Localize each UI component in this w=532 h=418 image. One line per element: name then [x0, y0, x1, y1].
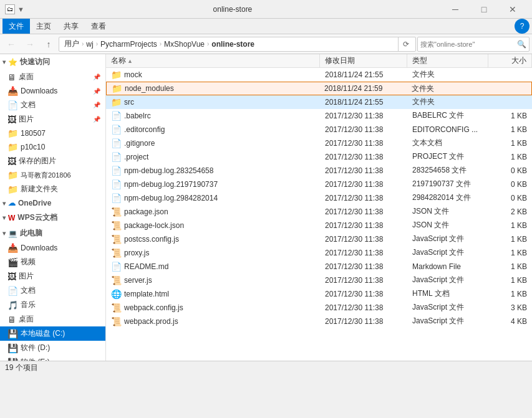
file-name: npm-debug.log.2197190737	[124, 180, 218, 189]
menu-file[interactable]: 文件	[2, 19, 30, 34]
sidebar-item-pictures-pc[interactable]: 🖼 图片	[0, 269, 105, 283]
minimize-button[interactable]: ─	[441, 0, 470, 19]
sidebar-item-software-d[interactable]: 💾 软件 (D:)	[0, 341, 105, 355]
table-row[interactable]: 📜 package-lock.json 2017/12/30 11:38 JSO…	[106, 219, 532, 232]
close-button[interactable]: ✕	[498, 0, 527, 19]
maximize-button[interactable]: □	[470, 0, 498, 19]
search-input[interactable]	[420, 40, 516, 48]
table-row[interactable]: 📄 .editorconfig 2017/12/30 11:38 EDITORC…	[106, 123, 532, 136]
table-row[interactable]: 📄 npm-debug.log.2984282014 2017/12/30 11…	[106, 191, 532, 205]
sidebar-item-music[interactable]: 🎵 音乐	[0, 298, 105, 312]
file-cell-size: 1 KB	[488, 219, 532, 232]
table-row[interactable]: 📄 npm-debug.log.2197190737 2017/12/30 11…	[106, 178, 532, 191]
table-row[interactable]: 📄 README.md 2017/12/30 11:38 Markdown Fi…	[106, 260, 532, 273]
sidebar-item-desktop-pc[interactable]: 🖥 桌面	[0, 312, 105, 326]
sidebar-item-desktop-quick[interactable]: 🖥 桌面 📌	[0, 70, 105, 84]
sidebar-item-180507[interactable]: 📁 180507	[0, 126, 105, 140]
up-button[interactable]: ↑	[40, 36, 57, 53]
table-row[interactable]: 📄 .gitignore 2017/12/30 11:38 文本文档 1 KB	[106, 136, 532, 150]
table-row[interactable]: 📜 webpack.config.js 2017/12/30 11:38 Jav…	[106, 301, 532, 315]
table-row[interactable]: 📁 node_modules 2018/11/24 21:59 文件夹	[106, 82, 532, 95]
file-cell-type: 文件夹	[407, 95, 488, 108]
file-icon: 📄	[111, 193, 122, 203]
wps-icon: W	[8, 214, 15, 222]
addr-part-user[interactable]: 用户	[62, 39, 82, 49]
file-cell-name: 📄 .project	[106, 150, 320, 163]
sidebar-item-local-c[interactable]: 💾 本地磁盘 (C:)	[0, 326, 105, 341]
table-row[interactable]: 📄 .project 2017/12/30 11:38 PROJECT 文件 1…	[106, 150, 532, 164]
sidebar-item-new-folder[interactable]: 📁 新建文件夹	[0, 182, 105, 196]
col-name-label: 名称	[111, 55, 126, 66]
table-row[interactable]: 📁 src 2018/11/24 21:55 文件夹	[106, 95, 532, 109]
file-name: node_modules	[125, 84, 174, 93]
desktop-icon: 🖥	[7, 72, 16, 82]
sidebar-item-video[interactable]: 🎬 视频	[0, 255, 105, 269]
sidebar-item-label: 本地磁盘 (C:)	[21, 328, 100, 339]
sidebar-item-label: 保存的图片	[19, 156, 100, 166]
refresh-button[interactable]: ⟳	[398, 37, 413, 52]
sidebar-section-wps[interactable]: ▾ W WPS云文档	[0, 210, 105, 226]
addr-part-mxshop[interactable]: MxShopVue	[162, 40, 207, 49]
file-cell-type: 283254658 文件	[407, 164, 488, 177]
search-icon[interactable]: 🔍	[517, 40, 526, 49]
help-button[interactable]: ?	[515, 19, 530, 34]
sidebar-item-documents-quick[interactable]: 📄 文档 📌	[0, 98, 105, 112]
col-header-size[interactable]: 大小	[488, 54, 532, 67]
file-name: webpack.config.js	[124, 303, 183, 312]
file-cell-name: 📄 npm-debug.log.283254658	[106, 164, 320, 177]
col-header-name[interactable]: 名称 ▲	[106, 54, 320, 67]
file-cell-name: 📜 postcss.config.js	[106, 232, 320, 245]
search-bar[interactable]: 🔍	[417, 37, 530, 52]
sidebar-item-downloads-quick[interactable]: 📥 Downloads 📌	[0, 84, 105, 98]
col-header-date[interactable]: 修改日期	[320, 54, 407, 67]
table-row[interactable]: 📁 mock 2018/11/24 21:55 文件夹	[106, 68, 532, 82]
sidebar-item-pictures-quick[interactable]: 🖼 图片 📌	[0, 112, 105, 126]
file-name: .babelrc	[124, 112, 151, 120]
file-name: npm-debug.log.283254658	[124, 166, 213, 175]
table-row[interactable]: 🌐 template.html 2017/12/30 11:38 HTML 文档…	[106, 287, 532, 301]
sidebar-item-label: p10c10	[21, 143, 100, 151]
sidebar: ▾ ⭐ 快速访问 🖥 桌面 📌 📥 Downloads 📌 📄 文档 📌 🖼 图…	[0, 54, 106, 361]
sidebar-item-disk-e[interactable]: 💾 软件 (E:)	[0, 355, 105, 361]
file-cell-date: 2017/12/30 11:38	[320, 219, 407, 232]
menu-home[interactable]: 主页	[30, 19, 57, 34]
addr-part-pycharm[interactable]: PycharmProjects	[98, 40, 160, 49]
table-row[interactable]: 📄 npm-debug.log.283254658 2017/12/30 11:…	[106, 164, 532, 178]
forward-button[interactable]: →	[21, 36, 39, 53]
sidebar-item-documents-pc[interactable]: 📄 文档	[0, 283, 105, 298]
file-cell-date: 2018/11/24 21:55	[320, 68, 407, 81]
sidebar-item-label: 音乐	[21, 300, 100, 310]
file-name: template.html	[124, 290, 169, 298]
menu-share[interactable]: 共享	[57, 19, 85, 34]
sidebar-item-magege[interactable]: 📁 马哥教育201806	[0, 168, 105, 182]
table-row[interactable]: 📜 proxy.js 2017/12/30 11:38 JavaScript 文…	[106, 246, 532, 260]
sidebar-item-p10c10[interactable]: 📁 p10c10	[0, 140, 105, 154]
file-cell-type: JavaScript 文件	[407, 232, 488, 245]
file-cell-name: 📄 README.md	[106, 260, 320, 273]
file-icon: 📁	[111, 70, 122, 80]
table-row[interactable]: 📜 server.js 2017/12/30 11:38 JavaScript …	[106, 273, 532, 287]
file-cell-date: 2017/12/30 11:38	[320, 260, 407, 273]
sidebar-section-quick-access[interactable]: ▾ ⭐ 快速访问	[0, 54, 105, 70]
sidebar-section-onedrive[interactable]: ▾ ☁ OneDrive	[0, 196, 105, 210]
sidebar-section-this-pc[interactable]: ▾ 💻 此电脑	[0, 226, 105, 241]
table-row[interactable]: 📜 webpack.prod.js 2017/12/30 11:38 JavaS…	[106, 315, 532, 328]
address-bar[interactable]: 用户 › wj › PycharmProjects › MxShopVue › …	[59, 37, 416, 52]
onedrive-icon: ☁	[8, 199, 16, 207]
col-size-label: 大小	[511, 55, 526, 66]
table-row[interactable]: 📄 .babelrc 2017/12/30 11:38 BABELRC 文件 1…	[106, 109, 532, 123]
folder-icon: 📁	[7, 170, 18, 180]
addr-part-wj[interactable]: wj	[84, 40, 95, 49]
addr-part-current[interactable]: online-store	[209, 40, 257, 49]
table-row[interactable]: 📜 package.json 2017/12/30 11:38 JSON 文件 …	[106, 205, 532, 219]
col-header-type[interactable]: 类型	[407, 54, 488, 67]
sidebar-item-saved-pictures[interactable]: 🖼 保存的图片	[0, 154, 105, 168]
file-cell-name: 📁 src	[106, 95, 320, 108]
file-cell-date: 2017/12/30 11:38	[320, 178, 407, 191]
file-cell-name: 🌐 template.html	[106, 287, 320, 300]
table-row[interactable]: 📜 postcss.config.js 2017/12/30 11:38 Jav…	[106, 232, 532, 246]
desktop-pc-icon: 🖥	[7, 315, 16, 325]
back-button[interactable]: ←	[2, 36, 20, 53]
sidebar-item-downloads-pc[interactable]: 📥 Downloads	[0, 241, 105, 255]
menu-view[interactable]: 查看	[85, 19, 112, 34]
